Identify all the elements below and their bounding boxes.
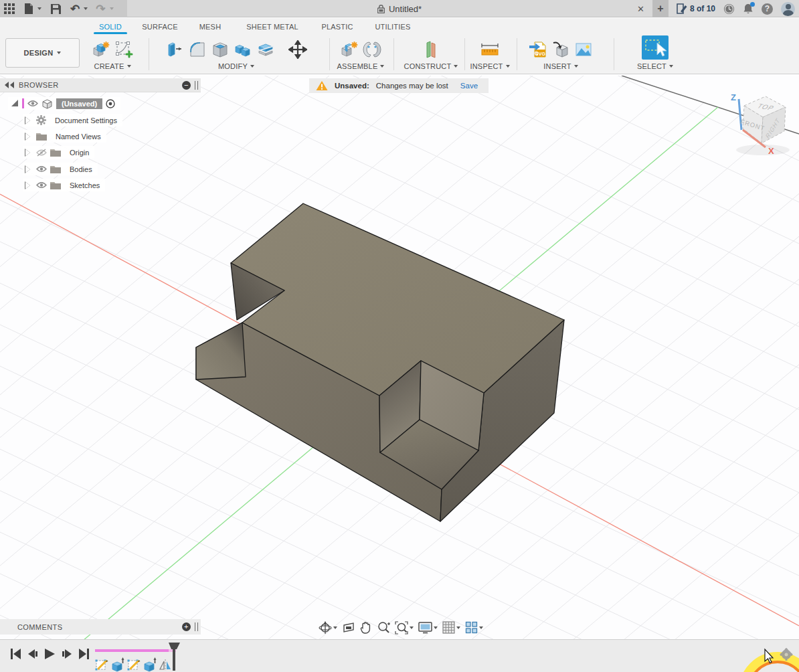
- visibility-eye-icon[interactable]: [27, 100, 38, 107]
- orbit-tool[interactable]: [319, 621, 337, 635]
- feature-extrude-icon[interactable]: [111, 657, 125, 672]
- activate-radio-icon[interactable]: [106, 99, 115, 108]
- insert-canvas-icon[interactable]: [573, 39, 594, 60]
- visibility-eye-icon[interactable]: [36, 165, 47, 173]
- browser-item-origin[interactable]: Origin: [23, 146, 94, 159]
- orbit-icon: [319, 621, 332, 635]
- tab-plastic[interactable]: PLASTIC: [319, 19, 355, 33]
- app-grid-icon[interactable]: [4, 1, 15, 16]
- undo-icon[interactable]: ↶: [70, 1, 80, 16]
- user-avatar[interactable]: [781, 2, 795, 16]
- 3d-viewport[interactable]: [0, 76, 799, 672]
- fit-tool[interactable]: [395, 621, 414, 635]
- save-link[interactable]: Save: [460, 82, 478, 90]
- collapsed-triangle-icon[interactable]: [25, 133, 30, 140]
- select-dropdown[interactable]: SELECT: [632, 62, 678, 70]
- expand-triangle-icon[interactable]: [11, 100, 19, 107]
- viewcube-x-label: X: [768, 146, 774, 156]
- redo-icon: ↷: [96, 1, 105, 16]
- fillet-icon[interactable]: [187, 39, 207, 60]
- create-dropdown[interactable]: CREATE: [86, 62, 139, 70]
- display-settings[interactable]: [418, 621, 438, 634]
- browser-item-bodies[interactable]: Bodies: [23, 163, 98, 175]
- file-menu-icon[interactable]: [24, 1, 33, 16]
- close-tab-icon[interactable]: ✕: [637, 4, 644, 14]
- timeline-position-marker[interactable]: [168, 642, 181, 671]
- select-tool-button[interactable]: [642, 35, 669, 60]
- orbit-caret[interactable]: [333, 626, 337, 629]
- tab-solid[interactable]: SOLID: [92, 19, 128, 33]
- new-component-icon[interactable]: [339, 39, 359, 60]
- construct-plane-icon[interactable]: [421, 39, 441, 60]
- visibility-off-icon[interactable]: [36, 149, 47, 157]
- insert-derive-icon[interactable]: [551, 39, 571, 60]
- combine-icon[interactable]: [233, 39, 253, 60]
- tab-utilities[interactable]: UTILITIES: [372, 19, 414, 33]
- comments-panel-header[interactable]: COMMENTS +: [0, 619, 201, 635]
- insert-svg-icon[interactable]: SVG: [528, 39, 548, 60]
- browser-item-sketches[interactable]: Sketches: [23, 179, 105, 191]
- view-cube[interactable]: TOP FRONT RIGHT Z X: [724, 88, 799, 162]
- grid-caret[interactable]: [456, 626, 460, 629]
- press-pull-icon[interactable]: [165, 39, 185, 60]
- modify-dropdown[interactable]: MODIFY: [153, 62, 320, 70]
- create-sketch-icon[interactable]: [114, 39, 134, 60]
- collapsed-triangle-icon[interactable]: [25, 182, 30, 189]
- design-menu-button[interactable]: DESIGN: [5, 38, 80, 68]
- skip-to-start-icon[interactable]: [11, 649, 21, 659]
- look-at-tool[interactable]: [342, 622, 355, 634]
- fit-caret[interactable]: [410, 626, 414, 629]
- step-forward-icon[interactable]: [62, 649, 72, 659]
- tab-mesh[interactable]: MESH: [193, 19, 227, 33]
- new-body-icon[interactable]: [91, 39, 111, 60]
- collapsed-triangle-icon[interactable]: [25, 166, 30, 173]
- job-status-icon[interactable]: [723, 3, 735, 15]
- grid-settings[interactable]: [442, 621, 460, 634]
- new-tab-button[interactable]: +: [652, 0, 669, 17]
- notifications[interactable]: [743, 3, 753, 15]
- browser-remove-icon[interactable]: −: [182, 81, 191, 90]
- feature-sketch-icon[interactable]: [95, 657, 109, 672]
- pan-tool[interactable]: [360, 621, 372, 634]
- play-icon[interactable]: [45, 649, 55, 659]
- collapsed-triangle-icon[interactable]: [25, 117, 30, 124]
- display-caret[interactable]: [434, 626, 438, 629]
- insert-dropdown[interactable]: INSERT: [523, 62, 598, 70]
- viewports[interactable]: [465, 621, 483, 634]
- file-menu-caret[interactable]: [37, 7, 41, 10]
- step-back-icon[interactable]: [28, 649, 37, 659]
- browser-header[interactable]: BROWSER −: [0, 78, 201, 92]
- add-comment-icon[interactable]: +: [182, 622, 191, 631]
- split-body-icon[interactable]: [256, 39, 276, 60]
- assemble-dropdown[interactable]: ASSEMBLE: [335, 62, 387, 70]
- joint-icon[interactable]: [362, 39, 382, 60]
- root-component-name[interactable]: (Unsaved): [56, 98, 102, 109]
- viewports-caret[interactable]: [479, 626, 483, 629]
- feature-extrude-icon[interactable]: [143, 657, 157, 672]
- browser-item-document-settings[interactable]: Document Settings: [23, 114, 122, 127]
- document-position[interactable]: 8 of 10: [677, 3, 715, 14]
- collapsed-triangle-icon[interactable]: [25, 149, 30, 156]
- browser-root-row[interactable]: (Unsaved): [8, 97, 120, 110]
- shell-icon[interactable]: [210, 39, 230, 60]
- toolbar-separator: [329, 38, 330, 70]
- fit-icon: [395, 621, 408, 635]
- help-icon[interactable]: ?: [762, 3, 773, 15]
- 3d-body[interactable]: [196, 203, 564, 521]
- tab-sheet-metal[interactable]: SHEET METAL: [246, 19, 298, 33]
- browser-resize-handle[interactable]: [195, 81, 198, 90]
- construct-dropdown[interactable]: CONSTRUCT: [400, 62, 462, 70]
- inspect-dropdown[interactable]: INSPECT: [468, 62, 511, 70]
- visibility-eye-icon[interactable]: [36, 181, 47, 189]
- save-icon[interactable]: [51, 1, 61, 16]
- undo-caret[interactable]: [84, 7, 88, 10]
- browser-item-named-views[interactable]: Named Views: [23, 130, 106, 143]
- measure-icon[interactable]: [480, 39, 500, 60]
- feature-sketch-icon[interactable]: [127, 657, 141, 672]
- comments-resize-handle[interactable]: [195, 622, 198, 631]
- collapse-panel-icon[interactable]: [4, 82, 15, 88]
- zoom-tool[interactable]: [377, 621, 390, 635]
- move-copy-icon[interactable]: [288, 39, 308, 60]
- skip-to-end-icon[interactable]: [79, 649, 89, 659]
- tab-surface[interactable]: SURFACE: [141, 19, 179, 33]
